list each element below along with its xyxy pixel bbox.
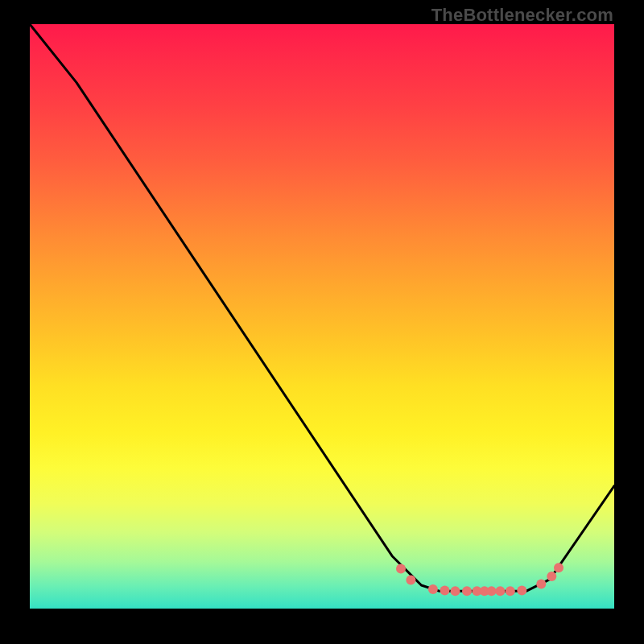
curve-markers: [396, 563, 564, 596]
curve-marker: [462, 586, 472, 596]
curve-marker: [487, 586, 497, 596]
attribution-label: TheBottlenecker.com: [431, 5, 613, 26]
chart-stage: TheBottlenecker.com: [0, 0, 644, 644]
curve-marker: [547, 572, 556, 581]
curve-marker: [428, 584, 438, 594]
curve-marker: [517, 586, 526, 596]
curve-marker: [451, 586, 460, 596]
curve-layer: [30, 24, 614, 609]
curve-marker: [554, 563, 564, 572]
curve-marker: [536, 580, 546, 589]
main-curve: [30, 24, 614, 591]
curve-marker: [495, 586, 505, 596]
curve-marker: [396, 564, 406, 574]
curve-marker: [506, 586, 515, 596]
curve-marker: [406, 575, 415, 584]
plot-area: [30, 24, 614, 609]
curve-marker: [440, 586, 450, 596]
